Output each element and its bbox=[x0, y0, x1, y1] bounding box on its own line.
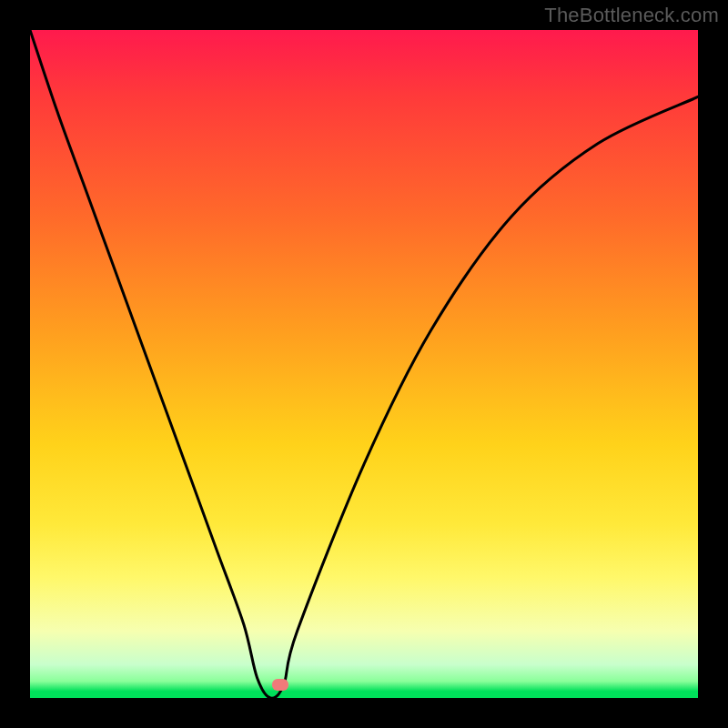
plot-area bbox=[30, 30, 698, 698]
watermark-text: TheBottleneck.com bbox=[544, 4, 719, 27]
optimal-point-marker bbox=[272, 679, 288, 691]
bottleneck-curve bbox=[30, 30, 698, 698]
